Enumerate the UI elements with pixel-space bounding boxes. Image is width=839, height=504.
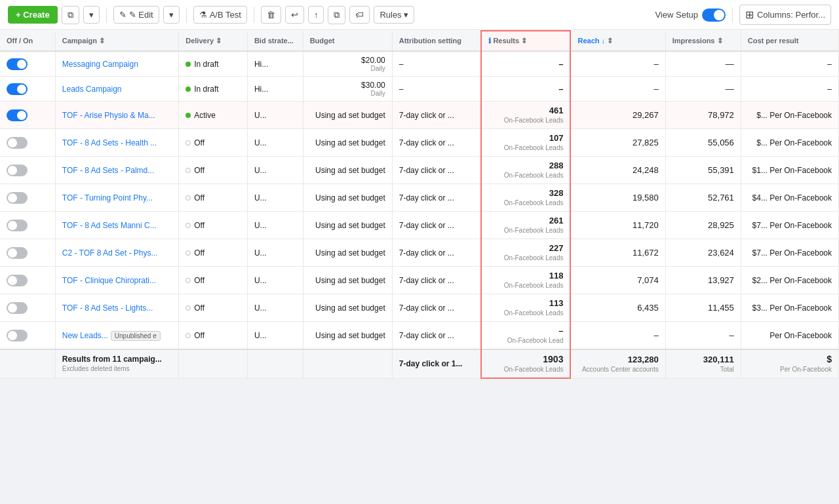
campaign-link[interactable]: C2 - TOF 8 Ad Set - Phys... xyxy=(62,248,158,258)
status-dot xyxy=(185,62,191,67)
ab-test-button[interactable]: ⚗ A/B Test xyxy=(193,6,247,24)
redo-button[interactable]: ↑ xyxy=(308,6,324,24)
results-cell: 113On-Facebook Leads xyxy=(481,294,570,322)
campaign-toggle[interactable] xyxy=(7,192,28,204)
columns-button[interactable]: ⊞ Columns: Perfor... xyxy=(739,5,831,25)
results-cell: 227On-Facebook Leads xyxy=(481,239,570,267)
table-row: TOF - 8 Ad Sets Manni C...OffU...Using a… xyxy=(0,212,839,239)
header-budget[interactable]: Budget xyxy=(303,31,392,51)
attribution-cell: 7-day click or ... xyxy=(392,184,481,212)
campaign-cell: TOF - 8 Ad Sets Manni C... xyxy=(55,212,178,239)
campaign-link[interactable]: TOF - 8 Ad Sets - Lights... xyxy=(62,303,153,313)
footer-delivery-cell xyxy=(179,349,248,378)
delivery-cell: Off xyxy=(179,129,248,157)
cost-per-result-cell: $4... Per On-Facebook xyxy=(741,184,838,212)
campaign-link[interactable]: New Leads... xyxy=(62,331,108,340)
campaign-cell: TOF - Turning Point Phy... xyxy=(55,184,178,212)
bid-strategy-cell: Hi... xyxy=(247,77,303,102)
create-button[interactable]: + Create xyxy=(8,6,58,24)
toggle-knob xyxy=(17,60,26,69)
toggle-knob xyxy=(714,10,724,20)
footer-budget-cell xyxy=(303,349,392,378)
reach-cell: 19,580 xyxy=(570,184,665,212)
header-off-on: Off / On xyxy=(0,31,55,51)
delivery-cell: Off xyxy=(179,184,248,212)
toggle-cell xyxy=(0,267,55,294)
header-delivery[interactable]: Delivery ⇕ xyxy=(179,31,248,51)
status-dot xyxy=(185,168,191,173)
campaign-link[interactable]: TOF - 8 Ad Sets Manni C... xyxy=(62,221,157,230)
campaign-link[interactable]: TOF - Clinique Chiroprati... xyxy=(62,276,156,285)
budget-cell: Using ad set budget xyxy=(303,157,392,184)
campaign-toggle[interactable] xyxy=(7,330,28,341)
footer-cost-cell: $Per On-Facebook xyxy=(741,349,838,378)
header-reach[interactable]: Reach ↓ ⇕ xyxy=(570,31,665,51)
ab-test-icon: ⚗ xyxy=(199,10,207,20)
campaign-toggle[interactable] xyxy=(7,109,28,121)
duplicate-icon: ⧉ xyxy=(68,10,73,20)
unpublished-badge: Unpublished e xyxy=(111,331,161,341)
impressions-cell: — xyxy=(665,51,741,77)
toggle-knob xyxy=(17,111,26,120)
campaign-toggle[interactable] xyxy=(7,137,28,149)
dropdown-button[interactable]: ▾ xyxy=(83,6,100,24)
footer-impressions-cell: 320,111Total xyxy=(665,349,741,378)
bid-strategy-cell: U... xyxy=(247,239,303,267)
results-cell: 107On-Facebook Leads xyxy=(481,129,570,157)
header-results[interactable]: ℹ Results ⇕ xyxy=(481,31,570,51)
undo-button[interactable]: ↩ xyxy=(285,6,304,24)
bid-strategy-cell: U... xyxy=(247,102,303,129)
toggle-knob xyxy=(8,331,17,340)
bid-strategy-cell: Hi... xyxy=(247,51,303,77)
campaign-link[interactable]: Leads Campaign xyxy=(62,85,122,94)
campaign-toggle[interactable] xyxy=(7,302,28,314)
delete-button[interactable]: 🗑 xyxy=(261,6,281,24)
results-cell: – xyxy=(481,51,570,77)
campaign-toggle[interactable] xyxy=(7,275,28,286)
tag-button[interactable]: 🏷 xyxy=(349,6,370,24)
cost-per-result-cell: $7... Per On-Facebook xyxy=(741,212,838,239)
results-cell: 328On-Facebook Leads xyxy=(481,184,570,212)
status-dot xyxy=(185,195,191,201)
impressions-cell: 78,972 xyxy=(665,102,741,129)
delivery-sort-icon: ⇕ xyxy=(216,37,222,45)
toggle-cell xyxy=(0,212,55,239)
info-icon: ℹ xyxy=(488,37,491,45)
campaign-toggle[interactable] xyxy=(7,220,28,231)
campaign-link[interactable]: TOF - Turning Point Phy... xyxy=(62,193,153,203)
header-campaign[interactable]: Campaign ⇕ xyxy=(55,31,178,51)
duplicate-button[interactable]: ⧉ xyxy=(62,6,79,24)
campaign-link[interactable]: TOF - Arise Physio & Ma... xyxy=(62,111,155,120)
rules-button[interactable]: Rules ▾ xyxy=(374,6,414,24)
cost-per-result-cell: $... Per On-Facebook xyxy=(741,129,838,157)
edit-dropdown-button[interactable]: ▾ xyxy=(163,6,180,24)
delivery-cell: In draft xyxy=(179,77,248,102)
preview-button[interactable]: ⧉ xyxy=(328,6,345,24)
table-header-row: Off / On Campaign ⇕ Delivery ⇕ Bid strat… xyxy=(0,31,839,51)
budget-cell: Using ad set budget xyxy=(303,129,392,157)
table-row: TOF - Turning Point Phy...OffU...Using a… xyxy=(0,184,839,212)
delivery-cell: Off xyxy=(179,157,248,184)
delivery-cell: Off xyxy=(179,322,248,350)
campaign-toggle[interactable] xyxy=(7,165,28,176)
edit-button[interactable]: ✎ ✎ Edit xyxy=(113,6,159,24)
campaign-toggle[interactable] xyxy=(7,58,28,70)
impressions-cell: 23,624 xyxy=(665,239,741,267)
campaign-link[interactable]: Messaging Campaign xyxy=(62,60,138,69)
attribution-cell: – xyxy=(392,51,481,77)
results-cell: – xyxy=(481,77,570,102)
cost-per-result-cell: – xyxy=(741,77,838,102)
header-cost-per-result[interactable]: Cost per result xyxy=(741,31,838,51)
status-dot xyxy=(185,250,191,256)
campaign-link[interactable]: TOF - 8 Ad Sets - Health ... xyxy=(62,138,157,147)
header-impressions[interactable]: Impressions ⇕ xyxy=(665,31,741,51)
header-bid-strategy[interactable]: Bid strate... xyxy=(247,31,303,51)
campaign-link[interactable]: TOF - 8 Ad Sets - Palmd... xyxy=(62,166,155,175)
campaign-toggle[interactable] xyxy=(7,247,28,259)
footer-attribution-cell: 7-day click or 1... xyxy=(392,349,481,378)
header-attribution[interactable]: Attribution setting xyxy=(392,31,481,51)
bid-strategy-cell: U... xyxy=(247,212,303,239)
view-setup-toggle[interactable] xyxy=(702,9,726,22)
campaign-toggle[interactable] xyxy=(7,83,28,95)
results-cell: –On-Facebook Lead xyxy=(481,322,570,350)
